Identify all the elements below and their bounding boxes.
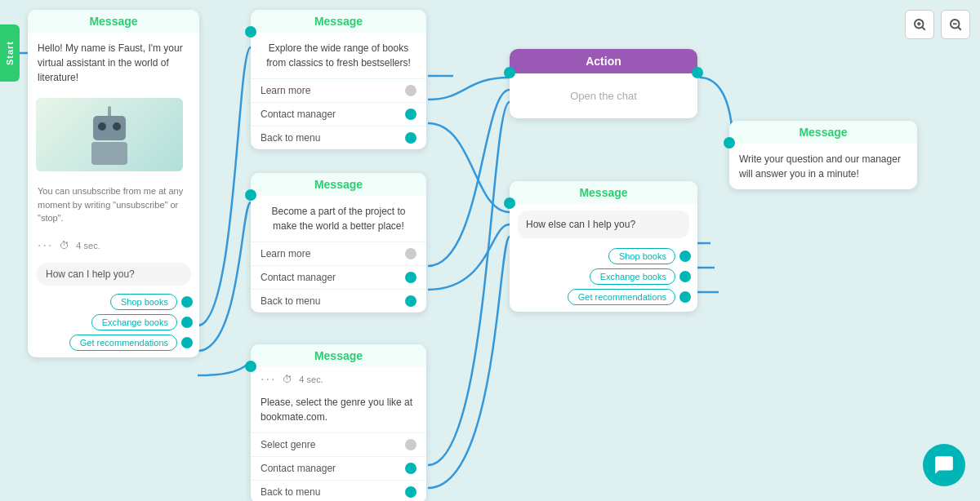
card4-dots: ···	[261, 372, 276, 387]
card3-btn2-connector	[405, 272, 416, 283]
action-right-dot	[692, 67, 703, 78]
card2-text: Explore the wide range of books from cla…	[251, 33, 426, 78]
card4-btn1-label: Select genre	[261, 439, 315, 450]
card1-pills: Shop books Exchange books Get recommenda…	[28, 290, 199, 357]
chat-icon	[933, 454, 955, 476]
card4-delay: 4 sec.	[299, 375, 323, 384]
card2-btn1-connector	[405, 85, 416, 96]
card5-pills: Shop books Exchange books Get recommenda…	[510, 245, 697, 312]
zoom-out-button[interactable]	[941, 10, 970, 39]
card1-greeting: Hello! My name is Faust, I'm your virtua…	[28, 33, 199, 93]
pill-shop-books[interactable]: Shop books	[110, 294, 177, 310]
zoom-controls	[905, 10, 970, 39]
message-card-4: Message ··· ⏱ 4 sec. Please, select the …	[251, 344, 426, 501]
action-header: Action	[510, 49, 697, 73]
card4-text: Please, select the genre you like at boo…	[251, 392, 426, 432]
pill5-exchange[interactable]: Exchange books	[590, 268, 675, 285]
card3-btn2-row: Contact manager	[251, 265, 426, 289]
clock-icon: ⏱	[60, 240, 69, 251]
card3-left-dot	[245, 189, 256, 201]
card4-typing: ··· ⏱ 4 sec.	[251, 367, 426, 392]
zoom-in-button[interactable]	[905, 10, 934, 39]
connector-get-recommendations	[181, 337, 193, 348]
pill5-recommendations[interactable]: Get recommendations	[568, 289, 675, 305]
card2-btn1-row: Learn more	[251, 78, 426, 102]
robot-head	[93, 116, 126, 140]
card3-text: Become a part of the project to make the…	[251, 196, 426, 242]
card2-left-dot	[245, 26, 256, 38]
card4-btn1-row: Select genre	[251, 432, 426, 456]
card2-btn2-row: Contact manager	[251, 102, 426, 126]
card4-btn2-connector	[405, 463, 416, 474]
card4-btn3-connector	[405, 486, 416, 498]
card3-btn1-connector	[405, 248, 416, 259]
connector5-shop	[679, 250, 691, 262]
action-body: Open the chat	[510, 73, 697, 118]
start-label: Start	[5, 41, 15, 65]
card2-btn1-label: Learn more	[261, 85, 310, 96]
card4-left-dot	[245, 361, 256, 372]
card4-clock: ⏱	[283, 374, 292, 385]
connector-shop-books	[181, 296, 193, 308]
card4-btn3-label: Back to menu	[261, 486, 320, 498]
card5-text: How else can I help you?	[518, 211, 689, 238]
card2-btn2-label: Contact manager	[261, 109, 336, 120]
card3-btn1-label: Learn more	[261, 248, 310, 259]
card5-header: Message	[510, 181, 697, 204]
robot-body	[91, 142, 127, 165]
card1-image	[36, 98, 183, 171]
action-left-dot	[504, 67, 515, 78]
delay-label: 4 sec.	[76, 241, 100, 250]
card2-btn3-row: Back to menu	[251, 126, 426, 149]
card2-btn3-connector	[405, 132, 416, 144]
robot-illustration	[85, 106, 134, 163]
card3-header: Message	[251, 173, 426, 196]
card2-header: Message	[251, 10, 426, 33]
action-card: Action Open the chat	[510, 49, 697, 118]
card3-btn3-connector	[405, 295, 416, 307]
card3-btn3-row: Back to menu	[251, 289, 426, 313]
card3-btn3-label: Back to menu	[261, 295, 320, 307]
card4-btn3-row: Back to menu	[251, 480, 426, 501]
card1-header: Message	[28, 10, 199, 33]
message-card-2: Message Explore the wide range of books …	[251, 10, 426, 149]
card1-unsubscribe: You can unsubscribe from me at any momen…	[28, 176, 199, 233]
card6-header: Message	[729, 121, 917, 144]
card2-btn2-connector	[405, 109, 416, 120]
card2-btn3-label: Back to menu	[261, 132, 320, 144]
card4-btn2-label: Contact manager	[261, 463, 336, 474]
svg-line-5	[958, 27, 960, 29]
robot-antenna	[108, 106, 111, 116]
card1-typing: ··· ⏱ 4 sec.	[28, 233, 199, 258]
pill5-shop-books[interactable]: Shop books	[608, 248, 675, 264]
start-node: Start	[0, 24, 20, 82]
card3-btn2-label: Contact manager	[261, 272, 336, 283]
chat-bubble-button[interactable]	[923, 444, 965, 486]
card6-text: Write your question and our manager will…	[729, 144, 917, 189]
robot-eye-right	[113, 122, 121, 131]
pill-exchange-books[interactable]: Exchange books	[91, 314, 177, 330]
card4-btn1-connector	[405, 439, 416, 450]
message-card-6: Message Write your question and our mana…	[729, 121, 917, 189]
message-card-1: Message Hello! My name is Faust, I'm you…	[28, 10, 199, 357]
connector-exchange-books	[181, 317, 193, 328]
message-card-5: Message How else can I help you? Shop bo…	[510, 181, 697, 312]
message-card-3: Message Become a part of the project to …	[251, 173, 426, 313]
typing-dots: ···	[38, 238, 53, 253]
card5-left-dot	[504, 197, 515, 209]
card6-left-dot	[724, 137, 735, 149]
pill-get-recommendations[interactable]: Get recommendations	[69, 335, 177, 351]
connector5-recommendations	[679, 291, 691, 303]
card4-header: Message	[251, 344, 426, 367]
svg-line-1	[922, 27, 924, 29]
card4-btn2-row: Contact manager	[251, 456, 426, 480]
connector5-exchange	[679, 271, 691, 282]
robot-eye-left	[98, 122, 106, 131]
card1-help: How can I help you?	[36, 263, 191, 286]
card3-btn1-row: Learn more	[251, 242, 426, 265]
